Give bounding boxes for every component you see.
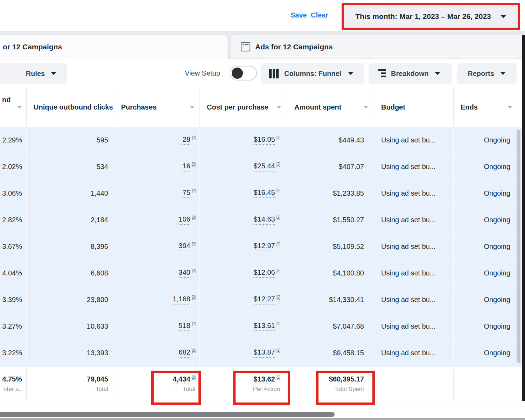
total-amount-spent: $60,395.17 Total Spent xyxy=(287,367,374,401)
cell-outbound-ctr: 3.22% xyxy=(0,340,26,366)
cell-amount-spent: $14,330.41 xyxy=(287,287,374,313)
table-row: 4.04%6,608340[2]$12.06[2]$4,100.80Using … xyxy=(0,260,522,287)
cell-cost-per-purchase[interactable]: $16.05[2] xyxy=(200,127,287,153)
footnote-ref: [2] xyxy=(192,321,195,326)
footnote-ref: [2] xyxy=(276,135,280,140)
caret-down-icon xyxy=(348,72,354,75)
cell-purchases[interactable]: 106[2] xyxy=(114,207,200,233)
cell-cost-per-purchase[interactable]: $13.61[2] xyxy=(200,313,287,340)
cell-cost-per-purchase[interactable]: $14.63[2] xyxy=(200,207,287,233)
cell-cost-per-purchase[interactable]: $16.45[2] xyxy=(200,180,287,206)
top-bar: Save Clear This month: Mar 1, 2023 – Mar… xyxy=(0,0,525,31)
cell-purchases[interactable]: 28[2] xyxy=(114,127,200,153)
cell-cost-per-purchase[interactable]: $25.44[2] xyxy=(200,154,287,180)
vertical-scrollbar[interactable] xyxy=(517,130,520,363)
total-value[interactable]: 4,434 xyxy=(173,375,190,384)
total-purchases: 4,434[2] Total xyxy=(114,367,200,401)
tab-label: Ads for 12 Campaigns xyxy=(255,43,333,51)
footnote-ref: [2] xyxy=(192,188,195,193)
header-purchases[interactable]: Purchases xyxy=(114,88,200,127)
total-value: 79,045 xyxy=(87,375,108,383)
footnote-ref: [2] xyxy=(276,295,280,300)
breakdown-button[interactable]: Breakdown xyxy=(369,63,452,84)
total-value[interactable]: $13.62 xyxy=(253,375,275,384)
table-totals-row: 4.75% nter a.. 79,045 Total 4,434[2] Tot… xyxy=(0,367,522,401)
footnote-ref: [2] xyxy=(192,268,195,273)
total-caption: nter a.. xyxy=(4,386,22,393)
reports-button[interactable]: Reports xyxy=(457,63,517,84)
save-button[interactable]: Save xyxy=(290,11,307,19)
footnote-ref: [2] xyxy=(276,321,280,326)
cell-purchases[interactable]: 340[2] xyxy=(114,260,200,286)
caret-down-icon xyxy=(51,72,56,75)
cell-purchases[interactable]: 518[2] xyxy=(114,313,200,340)
footnote-ref: [2] xyxy=(276,162,280,167)
breakdown-label: Breakdown xyxy=(391,70,429,78)
view-setup-toggle[interactable] xyxy=(230,66,257,80)
cell-ends: Ongoing xyxy=(453,313,522,340)
date-range-selector[interactable]: This month: Mar 1, 2023 – Mar 26, 2023 xyxy=(342,3,520,30)
table-row: 2.02%53416[2]$25.44[2]$407.07Using ad se… xyxy=(0,154,522,180)
cell-budget: Using ad set bu... xyxy=(374,340,453,366)
cell-unique-outbound-clicks: 8,396 xyxy=(26,233,114,260)
sort-caret-icon[interactable] xyxy=(276,106,281,108)
footnote-ref: [2] xyxy=(192,375,195,380)
table-row: 3.06%1,44075[2]$16.45[2]$1,233.85Using a… xyxy=(0,180,522,207)
cell-amount-spent: $4,100.80 xyxy=(287,260,374,286)
total-outbound-ctr: 4.75% nter a.. xyxy=(0,367,26,401)
header-cost-per-purchase[interactable]: Cost per purchase xyxy=(200,88,287,127)
sort-caret-icon[interactable] xyxy=(103,106,107,108)
cell-budget: Using ad set bu... xyxy=(374,287,453,313)
cell-outbound-ctr: 3.27% xyxy=(0,313,26,340)
cell-ends: Ongoing xyxy=(453,154,522,180)
footnote-ref: [2] xyxy=(192,295,195,300)
cell-ends: Ongoing xyxy=(453,340,522,366)
cell-outbound-ctr: 3.06% xyxy=(0,180,26,206)
header-outbound-ctr[interactable]: nd xyxy=(0,88,26,127)
total-caption: Per Action xyxy=(253,386,280,393)
header-amount-spent[interactable]: Amount spent xyxy=(287,88,374,127)
cell-purchases[interactable]: 16[2] xyxy=(114,154,200,180)
cell-outbound-ctr: 4.04% xyxy=(0,260,26,286)
header-label: nd xyxy=(2,95,10,105)
cell-purchases[interactable]: 682[2] xyxy=(114,340,200,366)
tab-adsets-for-campaigns[interactable]: or 12 Campaigns xyxy=(0,35,227,59)
header-ends[interactable]: Ends xyxy=(453,88,522,127)
cell-unique-outbound-clicks: 6,608 xyxy=(26,260,114,286)
cell-purchases[interactable]: 75[2] xyxy=(114,180,200,206)
header-label: Budget xyxy=(381,103,405,112)
table-header: nd Unique outbound clicks Purchases Cost… xyxy=(0,88,522,127)
cell-cost-per-purchase[interactable]: $12.97[2] xyxy=(200,233,287,260)
header-label: Cost per purchase xyxy=(207,103,268,112)
cell-cost-per-purchase[interactable]: $13.87[2] xyxy=(200,340,287,366)
clear-button[interactable]: Clear xyxy=(311,11,328,19)
tab-ads-for-campaigns[interactable]: Ads for 12 Campaigns xyxy=(231,35,522,59)
total-caption: Total Spent xyxy=(334,386,364,393)
horizontal-scrollbar[interactable] xyxy=(0,412,335,417)
sort-caret-icon[interactable] xyxy=(507,106,512,108)
cell-cost-per-purchase[interactable]: $12.27[2] xyxy=(200,287,287,313)
sort-caret-icon[interactable] xyxy=(363,106,368,108)
breakdown-icon xyxy=(377,69,386,78)
total-unique-outbound-clicks: 79,045 Total xyxy=(26,367,114,401)
total-value: $60,395.17 xyxy=(329,375,364,383)
cell-amount-spent: $7,047.68 xyxy=(287,313,374,340)
table-row: 3.27%10,633518[2]$13.61[2]$7,047.68Using… xyxy=(0,313,522,340)
sort-caret-icon[interactable] xyxy=(190,106,195,108)
table-body: 2.29%59528[2]$16.05[2]$449.43Using ad se… xyxy=(0,127,522,367)
cell-cost-per-purchase[interactable]: $12.06[2] xyxy=(200,260,287,286)
cell-budget: Using ad set bu... xyxy=(374,180,453,206)
cell-purchases[interactable]: 394[2] xyxy=(114,233,200,260)
cell-outbound-ctr: 3.67% xyxy=(0,233,26,260)
sort-caret-icon[interactable] xyxy=(17,106,22,108)
footnote-ref: [2] xyxy=(276,188,280,193)
rules-label: Rules xyxy=(26,70,45,78)
rules-button[interactable]: Rules xyxy=(15,63,67,84)
header-budget[interactable]: Budget xyxy=(374,88,453,127)
cell-purchases[interactable]: 1,168[2] xyxy=(114,287,200,313)
header-unique-outbound-clicks[interactable]: Unique outbound clicks xyxy=(26,88,114,127)
columns-button[interactable]: Columns: Funnel xyxy=(261,63,364,84)
date-range-label: This month: Mar 1, 2023 – Mar 26, 2023 xyxy=(355,12,491,21)
cell-budget: Using ad set bu... xyxy=(374,313,453,340)
cell-budget: Using ad set bu... xyxy=(374,233,453,260)
